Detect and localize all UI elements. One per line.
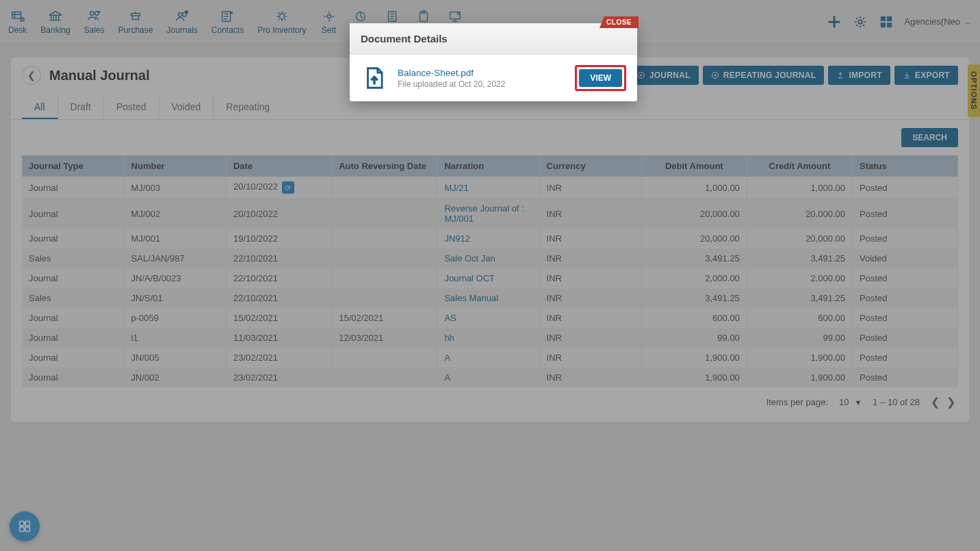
close-button[interactable]: CLOSE xyxy=(599,16,639,28)
file-upload-icon xyxy=(361,64,388,92)
document-details-modal: CLOSE Document Details Balance-Sheet.pdf… xyxy=(350,23,637,101)
file-info: Balance-Sheet.pdf File uploaded at Oct 2… xyxy=(398,68,565,89)
file-meta: File uploaded at Oct 20, 2022 xyxy=(398,79,565,89)
file-name: Balance-Sheet.pdf xyxy=(398,68,565,78)
view-button[interactable]: VIEW xyxy=(579,69,622,87)
modal-body: Balance-Sheet.pdf File uploaded at Oct 2… xyxy=(350,55,637,101)
view-button-highlight: VIEW xyxy=(575,65,626,91)
modal-overlay: CLOSE Document Details Balance-Sheet.pdf… xyxy=(0,0,980,551)
modal-title: Document Details xyxy=(350,23,637,55)
